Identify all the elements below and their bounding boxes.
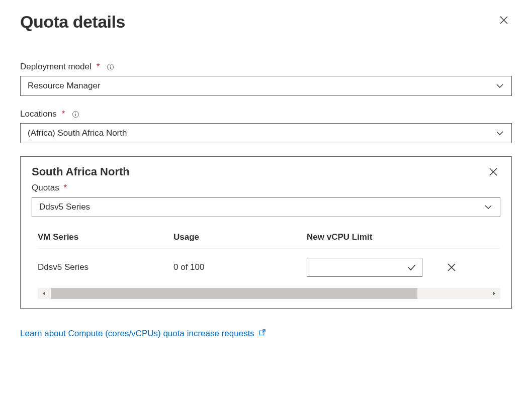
info-icon[interactable] bbox=[72, 111, 79, 118]
deployment-model-value: Resource Manager bbox=[28, 81, 495, 91]
quotas-dropdown[interactable]: Ddsv5 Series bbox=[32, 197, 500, 217]
region-title: South Africa North bbox=[32, 165, 130, 178]
page-title: Quota details bbox=[20, 12, 125, 32]
col-header-usage: Usage bbox=[173, 232, 307, 242]
svg-rect-3 bbox=[110, 66, 111, 69]
quotas-label-text: Quotas bbox=[32, 183, 59, 192]
close-icon bbox=[447, 262, 457, 272]
scrollbar-thumb[interactable] bbox=[51, 288, 417, 299]
locations-dropdown[interactable]: (Africa) South Africa North bbox=[20, 123, 512, 143]
svg-rect-7 bbox=[75, 112, 76, 113]
learn-more-text: Learn about Compute (cores/vCPUs) quota … bbox=[20, 329, 254, 339]
col-header-series: VM Series bbox=[38, 232, 173, 242]
info-icon[interactable] bbox=[107, 63, 114, 71]
quotas-label: Quotas * bbox=[32, 183, 500, 193]
scroll-right-button[interactable] bbox=[487, 288, 500, 299]
remove-row-button[interactable] bbox=[447, 262, 457, 272]
checkmark-icon bbox=[407, 262, 417, 272]
chevron-down-icon bbox=[484, 203, 493, 212]
quota-table: VM Series Usage New vCPU Limit Ddsv5 Ser… bbox=[32, 232, 500, 299]
remove-region-button[interactable] bbox=[486, 165, 500, 179]
row-usage: 0 of 100 bbox=[173, 262, 307, 272]
deployment-model-label-text: Deployment model bbox=[20, 62, 92, 72]
close-panel-button[interactable] bbox=[496, 12, 512, 28]
quotas-value: Ddsv5 Series bbox=[39, 202, 484, 212]
learn-more-link[interactable]: Learn about Compute (cores/vCPUs) quota … bbox=[20, 329, 266, 339]
svg-rect-4 bbox=[110, 65, 111, 65]
required-indicator: * bbox=[64, 183, 67, 192]
svg-marker-12 bbox=[43, 291, 45, 295]
required-indicator: * bbox=[62, 109, 65, 119]
region-card: South Africa North Quotas * Ddsv5 Series… bbox=[20, 156, 512, 309]
row-series: Ddsv5 Series bbox=[38, 262, 173, 272]
locations-label-text: Locations bbox=[20, 109, 57, 119]
svg-rect-6 bbox=[75, 114, 76, 116]
chevron-down-icon bbox=[495, 81, 504, 90]
external-link-icon bbox=[258, 329, 266, 339]
locations-value: (Africa) South Africa North bbox=[28, 128, 495, 138]
close-icon bbox=[488, 167, 498, 177]
locations-label: Locations * bbox=[20, 109, 512, 119]
deployment-model-label: Deployment model * bbox=[20, 62, 512, 72]
col-header-limit: New vCPU Limit bbox=[307, 232, 437, 242]
table-row: Ddsv5 Series 0 of 100 bbox=[38, 249, 500, 286]
svg-marker-13 bbox=[493, 291, 495, 295]
chevron-down-icon bbox=[495, 129, 504, 138]
scrollbar-track[interactable] bbox=[51, 288, 487, 299]
scroll-left-button[interactable] bbox=[38, 288, 51, 299]
horizontal-scrollbar[interactable] bbox=[38, 288, 500, 299]
close-icon bbox=[499, 15, 509, 25]
required-indicator: * bbox=[97, 62, 100, 72]
deployment-model-dropdown[interactable]: Resource Manager bbox=[20, 76, 512, 96]
table-header-row: VM Series Usage New vCPU Limit bbox=[38, 232, 500, 249]
new-vcpu-limit-input[interactable] bbox=[307, 258, 422, 277]
